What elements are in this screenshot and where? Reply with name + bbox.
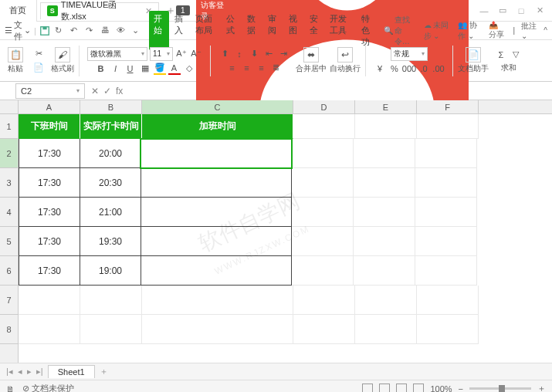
cell-F5[interactable] <box>415 227 477 256</box>
cell-D1[interactable] <box>293 114 355 139</box>
cell-A1[interactable]: 下班时间 <box>19 114 80 139</box>
cell-C3[interactable] <box>141 168 292 198</box>
ribbon-tab-3[interactable]: 公式 <box>222 11 242 50</box>
row-header-4[interactable]: 4 <box>0 198 18 227</box>
cell-A6[interactable]: 17:30 <box>19 256 80 286</box>
cell-F2[interactable] <box>415 139 477 168</box>
cell-E3[interactable] <box>354 168 415 198</box>
clear-format-icon[interactable]: ◇ <box>183 63 195 75</box>
doc-helper-button[interactable]: 📄 文档助手 <box>458 47 489 74</box>
view-page-icon[interactable] <box>396 384 407 393</box>
ribbon-tab-4[interactable]: 数据 <box>242 11 262 50</box>
cell-C4[interactable] <box>141 198 292 227</box>
ribbon-tab-6[interactable]: 视图 <box>284 11 304 50</box>
cell-A7[interactable] <box>19 286 80 315</box>
cell-D4[interactable] <box>292 198 354 227</box>
font-combo[interactable]: 微软雅黑▾ <box>87 47 147 61</box>
select-all-corner[interactable] <box>0 100 19 114</box>
zoom-slider[interactable] <box>469 387 531 390</box>
copy-icon[interactable]: 📄 <box>32 62 45 74</box>
cell-C5[interactable] <box>141 227 292 256</box>
cancel-formula-icon[interactable]: ✕ <box>91 86 99 96</box>
align-top-icon[interactable]: ⬆ <box>218 48 231 60</box>
fx-icon[interactable]: fx <box>116 86 123 96</box>
percent-icon[interactable]: % <box>388 63 401 75</box>
row-header-2[interactable]: 2 <box>0 139 18 168</box>
currency-icon[interactable]: ¥ <box>374 63 386 75</box>
cell-D6[interactable] <box>292 256 354 286</box>
cell-A2[interactable]: 17:30 <box>19 139 80 168</box>
sheet-nav-prev-icon[interactable]: ◂ <box>18 367 22 377</box>
cell-B2[interactable]: 20:00 <box>80 139 141 168</box>
fill-color-icon[interactable]: 🪣 <box>154 63 166 75</box>
cell-A5[interactable]: 17:30 <box>19 227 80 256</box>
zoom-in-icon[interactable]: ＋ <box>537 383 546 392</box>
cell-C2[interactable] <box>141 139 292 168</box>
align-left-icon[interactable]: ≡ <box>226 62 239 74</box>
cell-A4[interactable]: 17:30 <box>19 198 80 227</box>
justify-icon[interactable]: ≣ <box>270 62 283 74</box>
align-bottom-icon[interactable]: ⬇ <box>248 48 260 60</box>
name-box[interactable]: C2▾ <box>15 83 85 99</box>
font-color-icon[interactable]: A <box>168 63 181 75</box>
align-right-icon[interactable]: ≡ <box>256 62 268 74</box>
increase-decimal-icon[interactable]: .00 <box>432 63 445 75</box>
cell-D5[interactable] <box>292 227 354 256</box>
cell-B4[interactable]: 21:00 <box>80 198 141 227</box>
add-sheet-icon[interactable]: ＋ <box>100 366 108 377</box>
refresh-icon[interactable]: ↻ <box>55 25 66 36</box>
cell-A8[interactable] <box>19 315 80 344</box>
wrap-text-button[interactable]: ↩ 自动换行 <box>330 47 361 74</box>
coop-button[interactable]: 👥 协作 ⌄ <box>458 20 482 42</box>
decrease-decimal-icon[interactable]: .0 <box>418 63 430 75</box>
cell-E2[interactable] <box>354 139 415 168</box>
cell-C8[interactable] <box>142 315 293 344</box>
column-header-B[interactable]: B <box>80 100 142 113</box>
sheet-nav-first-icon[interactable]: |◂ <box>6 367 13 377</box>
sheet-nav-last-icon[interactable]: ▸| <box>36 367 43 377</box>
cell-B7[interactable] <box>80 286 142 315</box>
cell-B8[interactable] <box>80 315 142 344</box>
comment-button[interactable]: 批注 ⌄ <box>521 21 537 40</box>
cell-E4[interactable] <box>354 198 415 227</box>
sheet-tab[interactable]: Sheet1 <box>48 365 95 378</box>
row-header-5[interactable]: 5 <box>0 227 18 256</box>
cell-D2[interactable] <box>292 139 354 168</box>
ribbon-collapse-icon[interactable]: ^ <box>544 26 547 35</box>
command-search[interactable]: 🔍 查找命令… <box>384 15 418 47</box>
cell-C6[interactable] <box>141 256 292 286</box>
cell-F8[interactable] <box>417 315 479 344</box>
font-size-combo[interactable]: 11▾ <box>150 47 173 61</box>
cell-C7[interactable] <box>142 286 293 315</box>
protect-status[interactable]: ⊘ 文档未保护 <box>22 383 74 392</box>
cell-D8[interactable] <box>293 315 355 344</box>
merge-center-button[interactable]: ⬌ 合并居中 <box>296 47 327 74</box>
decrease-font-icon[interactable]: A⁻ <box>190 48 202 60</box>
ribbon-tab-7[interactable]: 安全 <box>305 11 325 50</box>
ribbon-tab-1[interactable]: 插入 <box>170 11 190 50</box>
view-normal-icon[interactable] <box>362 384 373 393</box>
underline-icon[interactable]: U <box>124 63 137 75</box>
autosum-icon[interactable]: Σ <box>495 49 507 61</box>
row-header-8[interactable]: 8 <box>0 315 18 344</box>
thousands-icon[interactable]: 000 <box>403 63 415 75</box>
italic-icon[interactable]: I <box>110 63 122 75</box>
zoom-value[interactable]: 100% <box>430 384 452 393</box>
row-header-6[interactable]: 6 <box>0 256 18 286</box>
column-header-F[interactable]: F <box>417 100 479 113</box>
increase-font-icon[interactable]: A⁺ <box>175 48 188 60</box>
file-tab[interactable]: S TIMEVALUE函数.xlsx ✕ <box>40 2 159 19</box>
ribbon-tab-8[interactable]: 开发工具 <box>325 11 356 50</box>
cell-E8[interactable] <box>355 315 417 344</box>
row-header-1[interactable]: 1 <box>0 114 18 139</box>
format-painter-button[interactable]: 🖌 格式刷 <box>51 47 74 74</box>
zoom-out-icon[interactable]: − <box>459 384 463 393</box>
cell-D3[interactable] <box>292 168 354 198</box>
file-menu[interactable]: ☰ 文件 ⌄ <box>5 19 31 42</box>
qat-dropdown-icon[interactable]: ⌄ <box>132 25 143 36</box>
cell-A3[interactable]: 17:30 <box>19 168 80 198</box>
cell-F4[interactable] <box>415 198 477 227</box>
cell-F6[interactable] <box>415 256 477 286</box>
cell-B3[interactable]: 20:30 <box>80 168 141 198</box>
accept-formula-icon[interactable]: ✓ <box>103 86 111 96</box>
